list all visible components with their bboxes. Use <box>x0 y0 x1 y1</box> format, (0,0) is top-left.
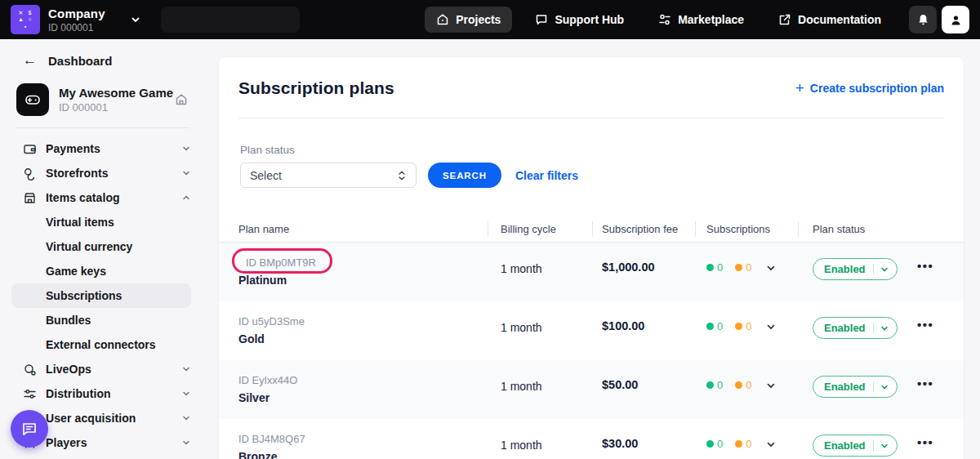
row-more-button[interactable]: ••• <box>917 259 933 273</box>
company-switcher-chevron-icon[interactable] <box>130 14 141 25</box>
sidebar-item-other-tools[interactable]: Other tools <box>0 455 206 459</box>
chat-widget-button[interactable] <box>11 410 48 448</box>
project-home-icon[interactable] <box>175 93 188 106</box>
catalog-icon <box>658 13 671 26</box>
pending-dot <box>735 440 742 448</box>
pending-dot <box>735 381 742 389</box>
nav-projects[interactable]: Projects <box>425 7 512 33</box>
plan-name: Gold <box>238 332 265 345</box>
external-link-icon <box>778 13 791 26</box>
shop-icon <box>23 191 37 205</box>
header-divider <box>238 118 944 118</box>
chevron-down-icon <box>181 389 191 399</box>
active-count: 0 <box>717 379 723 391</box>
logo-glyph: ▲ <box>18 16 24 22</box>
bell-icon <box>916 13 930 27</box>
account-button[interactable] <box>942 6 969 33</box>
sidebar-item-virtual-items[interactable]: Virtual items <box>0 210 206 234</box>
table-row: ID BMp0MT9R Platinum 1 month $1,000.00 0… <box>219 243 964 301</box>
subscriptions-expand-chevron[interactable] <box>765 321 777 332</box>
plan-name: Bronze <box>238 450 277 459</box>
sidebar-item-virtual-currency[interactable]: Virtual currency <box>0 234 206 259</box>
filters: Plan status Select SEARCH Clear filters <box>240 144 578 188</box>
back-to-dashboard[interactable]: ← Dashboard <box>0 39 206 69</box>
back-label: Dashboard <box>48 54 112 68</box>
topbar-placeholder-box <box>161 7 300 33</box>
plan-status-select[interactable]: Select <box>240 163 416 188</box>
plan-id: ID u5yD3Sme <box>238 315 305 328</box>
create-subscription-plan-link[interactable]: + Create subscription plan <box>795 82 944 95</box>
home-icon <box>436 13 449 26</box>
nav-marketplace[interactable]: Marketplace <box>647 7 755 33</box>
nav-documentation[interactable]: Documentation <box>767 7 893 33</box>
row-more-button[interactable]: ••• <box>917 377 933 390</box>
chevron-down-icon <box>181 364 191 374</box>
chevron-down-icon <box>181 168 191 178</box>
company-name: Company <box>48 7 105 20</box>
active-dot <box>706 440 714 448</box>
notifications-button[interactable] <box>909 6 937 33</box>
subscriptions-expand-chevron[interactable] <box>765 262 777 274</box>
project-avatar[interactable] <box>16 83 49 116</box>
status-label: Enabled <box>824 322 866 334</box>
logo-glyph: ▪ <box>24 24 26 29</box>
row-more-button[interactable]: ••• <box>917 435 933 449</box>
project-id: ID 000001 <box>59 101 175 114</box>
sidebar: ← Dashboard My Awesome Game ID 000001 Pa… <box>0 39 206 459</box>
subscriptions-cell: 0 0 <box>706 261 777 274</box>
column-separator <box>695 221 696 237</box>
sidebar-item-bundles[interactable]: Bundles <box>0 308 206 332</box>
sidebar-item-external-connectors[interactable]: External connectors <box>0 332 206 357</box>
select-value: Select <box>250 169 282 182</box>
plan-id: ID Eylxx44O <box>238 374 297 386</box>
chevron-up-icon <box>181 193 191 203</box>
nav-support-hub[interactable]: Support Hub <box>523 7 635 33</box>
sidebar-item-game-keys[interactable]: Game keys <box>0 259 206 283</box>
clear-filters-link[interactable]: Clear filters <box>515 169 578 182</box>
subscription-fee: $30.00 <box>602 437 638 450</box>
project-name: My Awesome Game <box>59 86 175 100</box>
status-chevron-icon <box>880 382 889 392</box>
sidebar-divider <box>16 127 189 128</box>
row-more-button[interactable]: ••• <box>917 318 933 332</box>
company-logo[interactable]: ✕$ ▲○ ▪ <box>11 5 40 34</box>
column-plan-status: Plan status <box>813 223 865 235</box>
subscriptions-expand-chevron[interactable] <box>765 380 777 391</box>
search-button[interactable]: SEARCH <box>428 163 501 188</box>
table-row: ID u5yD3Sme Gold 1 month $100.00 0 0 Ena… <box>219 301 964 360</box>
person-icon <box>949 13 963 27</box>
sliders-icon <box>23 387 37 401</box>
plan-status-dropdown[interactable]: Enabled <box>813 258 898 280</box>
plan-status-dropdown[interactable]: Enabled <box>813 376 898 398</box>
subscription-fee: $100.00 <box>602 319 644 332</box>
sidebar-item-items-catalog[interactable]: Items catalog <box>0 185 206 210</box>
chevron-down-icon <box>181 144 191 154</box>
billing-cycle: 1 month <box>501 262 542 275</box>
sidebar-item-distribution[interactable]: Distribution <box>0 381 206 406</box>
plus-icon: + <box>795 82 804 94</box>
sidebar-item-payments[interactable]: Payments <box>0 136 206 161</box>
sidebar-item-liveops[interactable]: LiveOps <box>0 357 206 381</box>
column-subscriptions: Subscriptions <box>706 223 770 235</box>
sidebar-item-storefronts[interactable]: Storefronts <box>0 161 206 185</box>
plan-name: Platinum <box>238 274 287 287</box>
pending-count: 0 <box>746 320 751 332</box>
pending-count: 0 <box>746 438 751 450</box>
company-id: ID 000001 <box>48 22 105 33</box>
column-separator <box>592 221 593 237</box>
subscriptions-expand-chevron[interactable] <box>765 439 777 450</box>
status-label: Enabled <box>824 439 866 452</box>
billing-cycle: 1 month <box>501 321 542 334</box>
pending-count: 0 <box>746 261 751 274</box>
column-billing-cycle: Billing cycle <box>501 223 556 235</box>
chat-bubble-icon <box>535 13 548 26</box>
company-info: Company ID 000001 <box>48 7 105 33</box>
plan-status-dropdown[interactable]: Enabled <box>813 317 898 339</box>
main-card: Subscription plans + Create subscription… <box>219 57 964 459</box>
status-label: Enabled <box>824 263 866 275</box>
subscription-fee: $1,000.00 <box>602 261 655 274</box>
table-row: ID Eylxx44O Silver 1 month $50.00 0 0 En… <box>219 360 964 419</box>
plan-status-dropdown[interactable]: Enabled <box>813 434 898 457</box>
sidebar-item-subscriptions[interactable]: Subscriptions <box>11 283 191 308</box>
logo-glyph: $ <box>29 10 32 16</box>
